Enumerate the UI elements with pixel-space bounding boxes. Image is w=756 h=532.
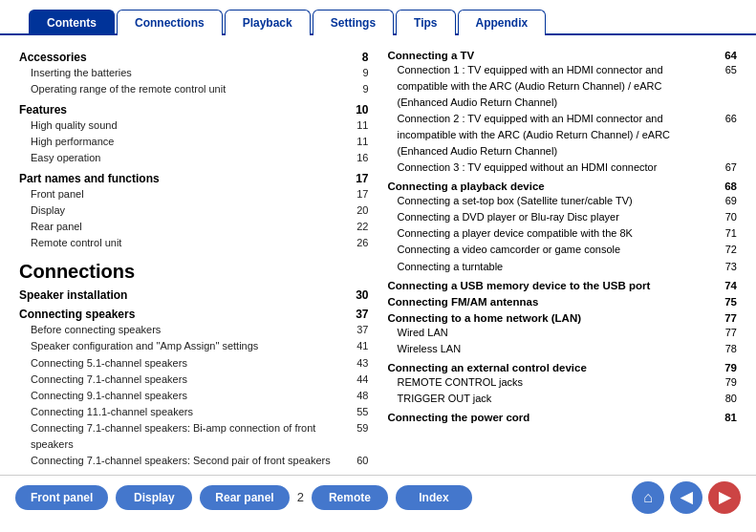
section-part-names: Part names and functions 17 [19,172,369,185]
tab-tips[interactable]: Tips [396,10,455,35]
section-connecting-tv: Connecting a TV 64 [388,50,738,61]
tab-contents[interactable]: Contents [29,10,115,35]
list-item: Connecting a turntable 73 [388,259,738,275]
home-button[interactable]: ⌂ [632,481,664,514]
section-power-cord: Connecting the power cord 81 [388,412,738,423]
list-item: Easy operation 16 [19,150,369,166]
bottom-nav-right: ⌂ ◀ ▶ [632,481,741,514]
rear-panel-button[interactable]: Rear panel [200,485,289,510]
list-item: TRIGGER OUT jack 80 [388,391,738,407]
list-item: Connecting a set-top box (Satellite tune… [388,193,738,209]
list-item: High performance 11 [19,134,369,150]
list-item: Connecting 11.1-channel speakers 55 [19,404,369,420]
section-usb: Connecting a USB memory device to the US… [388,280,738,291]
list-item: Connecting a player device compatible wi… [388,225,738,242]
display-button[interactable]: Display [116,485,192,510]
section-connections-heading: Connections [19,261,369,283]
next-button[interactable]: ▶ [708,481,741,514]
front-panel-button[interactable]: Front panel [15,485,108,510]
bottom-navigation: Front panel Display Rear panel 2 Remote … [0,475,756,519]
prev-button[interactable]: ◀ [670,481,702,514]
list-item: High quality sound 11 [19,117,369,134]
bottom-nav-left: Front panel Display Rear panel 2 Remote … [15,485,472,510]
section-accessories: Accessories 8 [19,51,369,64]
list-item: Connecting a video camcorder or game con… [388,242,738,258]
remote-button[interactable]: Remote [312,485,388,510]
list-item: Connecting 9.1-channel speakers 48 [19,388,369,404]
list-item: Operating range of the remote control un… [19,81,369,97]
section-speaker-installation: Speaker installation 30 [19,288,369,302]
tab-playback[interactable]: Playback [225,10,311,35]
index-button[interactable]: Index [396,485,472,510]
tab-settings[interactable]: Settings [313,10,394,35]
section-fm-am: Connecting FM/AM antennas 75 [388,296,738,308]
tab-appendix[interactable]: Appendix [458,10,547,35]
list-item: Connecting 5.1-channel speakers 43 [19,355,369,372]
list-item: Connecting 7.1-channel speakers: Bi-amp … [19,420,369,453]
list-item: Wireless LAN 78 [388,341,738,357]
list-item: Connecting 7.1-channel speakers 44 [19,372,369,388]
list-item: Display 20 [19,202,369,219]
section-features: Features 10 [19,103,369,117]
list-item: Connecting 7.1-channel speakers: Second … [19,453,369,467]
list-item: Speaker configuration and "Amp Assign" s… [19,338,369,354]
section-playback-device: Connecting a playback device 68 [388,181,738,192]
list-item: Connection 2 : TV equipped with an HDMI … [388,111,738,160]
section-external-control: Connecting an external control device 79 [388,362,738,373]
tab-connections[interactable]: Connections [117,10,223,35]
list-item: Connection 3 : TV equipped without an HD… [388,160,738,176]
list-item: Connecting a DVD player or Blu-ray Disc … [388,209,738,225]
list-item: Inserting the batteries 9 [19,65,369,81]
list-item: Before connecting speakers 37 [19,322,369,338]
list-item: Connection 1 : TV equipped with an HDMI … [388,62,738,111]
left-column: Accessories 8 Inserting the batteries 9 … [19,45,369,467]
page-number: 2 [297,490,304,504]
tab-navigation: Contents Connections Playback Settings T… [0,0,756,35]
list-item: Remote control unit 26 [19,235,369,251]
list-item: Wired LAN 77 [388,325,738,341]
section-connecting-speakers: Connecting speakers 37 [19,308,369,321]
section-lan: Connecting to a home network (LAN) 77 [388,312,738,324]
list-item: Rear panel 22 [19,219,369,235]
right-column: Connecting a TV 64 Connection 1 : TV equ… [388,45,738,467]
list-item: Front panel 17 [19,186,369,202]
list-item: REMOTE CONTROL jacks 79 [388,374,738,391]
main-content: Accessories 8 Inserting the batteries 9 … [0,35,756,475]
